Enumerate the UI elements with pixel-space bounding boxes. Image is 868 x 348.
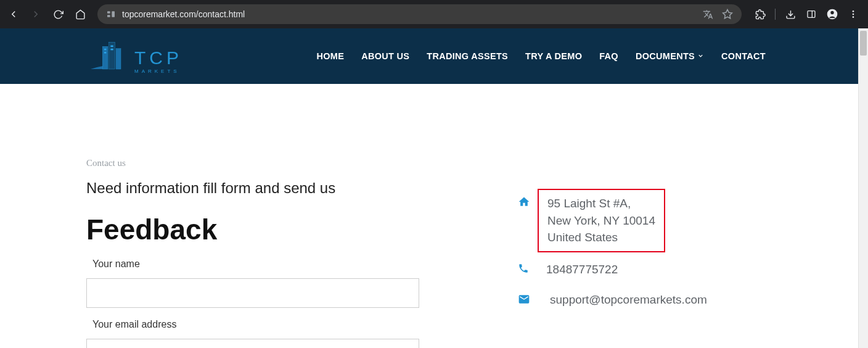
svg-point-8 xyxy=(830,11,833,14)
site-logo[interactable]: TCP MARKETS xyxy=(86,38,182,74)
logo-brand: TCP xyxy=(134,49,182,67)
svg-rect-2 xyxy=(112,11,115,17)
eyebrow-text: Contact us xyxy=(86,158,419,168)
logo-sub: MARKETS xyxy=(134,69,182,74)
phone-text: 18487775722 xyxy=(546,261,618,278)
site-settings-icon[interactable] xyxy=(106,9,116,19)
scrollbar[interactable] xyxy=(858,28,868,348)
name-label: Your name xyxy=(86,259,419,270)
site-header: TCP MARKETS HOME ABOUT US TRADING ASSETS… xyxy=(0,28,858,84)
page-heading: Feedback xyxy=(86,213,419,246)
address-block: 95 Laight St #A, New York, NY 10014 Unit… xyxy=(538,189,665,252)
nav-about[interactable]: ABOUT US xyxy=(361,51,409,61)
nav-documents-label: DOCUMENTS xyxy=(636,51,695,61)
nav-faq[interactable]: FAQ xyxy=(599,51,618,61)
bookmark-icon[interactable] xyxy=(722,9,733,20)
svg-marker-3 xyxy=(723,10,732,19)
phone-icon xyxy=(518,261,531,276)
chevron-down-icon xyxy=(697,51,704,61)
address-line2: New York, NY 10014 xyxy=(547,212,655,230)
svg-rect-0 xyxy=(107,11,110,13)
svg-point-9 xyxy=(853,10,854,12)
svg-rect-17 xyxy=(110,46,113,48)
forward-button[interactable] xyxy=(27,6,44,23)
translate-icon[interactable] xyxy=(703,9,713,20)
back-button[interactable] xyxy=(5,6,22,23)
logo-icon xyxy=(86,38,129,74)
name-input[interactable] xyxy=(86,278,419,308)
email-input[interactable] xyxy=(86,339,419,348)
svg-rect-1 xyxy=(107,15,110,17)
url-text: topcoremarket.com/contact.html xyxy=(122,9,245,19)
downloads-icon[interactable] xyxy=(784,8,796,20)
browser-chrome: topcoremarket.com/contact.html xyxy=(0,0,868,28)
extensions-icon[interactable] xyxy=(754,8,766,20)
address-line3: United States xyxy=(547,229,655,246)
svg-rect-5 xyxy=(808,11,815,18)
panel-icon[interactable] xyxy=(805,8,817,20)
nav-documents[interactable]: DOCUMENTS xyxy=(636,51,704,61)
nav-assets[interactable]: TRADING ASSETS xyxy=(427,51,508,61)
address-line1: 95 Laight St #A, xyxy=(547,195,655,212)
nav-home[interactable]: HOME xyxy=(316,51,344,61)
reload-button[interactable] xyxy=(49,6,67,23)
home-button[interactable] xyxy=(72,6,89,23)
nav-contact[interactable]: CONTACT xyxy=(721,51,766,61)
svg-rect-14 xyxy=(116,49,121,69)
page-subtitle: Need information fill form and send us xyxy=(86,180,419,197)
svg-point-10 xyxy=(853,14,854,15)
scrollbar-thumb[interactable] xyxy=(860,31,867,56)
main-nav: HOME ABOUT US TRADING ASSETS TRY A DEMO … xyxy=(316,51,766,61)
page-viewport: TCP MARKETS HOME ABOUT US TRADING ASSETS… xyxy=(0,28,858,348)
home-icon xyxy=(518,194,531,210)
svg-point-11 xyxy=(853,16,854,18)
svg-rect-15 xyxy=(104,49,107,51)
nav-demo[interactable]: TRY A DEMO xyxy=(525,51,582,61)
mail-icon xyxy=(518,291,531,308)
email-label: Your email address xyxy=(86,319,419,330)
profile-icon[interactable] xyxy=(826,8,838,20)
svg-rect-18 xyxy=(110,49,113,51)
menu-icon[interactable] xyxy=(847,8,859,20)
email-text: support@topcoremarkets.com xyxy=(546,291,707,309)
address-bar[interactable]: topcoremarket.com/contact.html xyxy=(97,4,742,24)
svg-rect-16 xyxy=(104,52,107,54)
separator xyxy=(775,9,776,20)
